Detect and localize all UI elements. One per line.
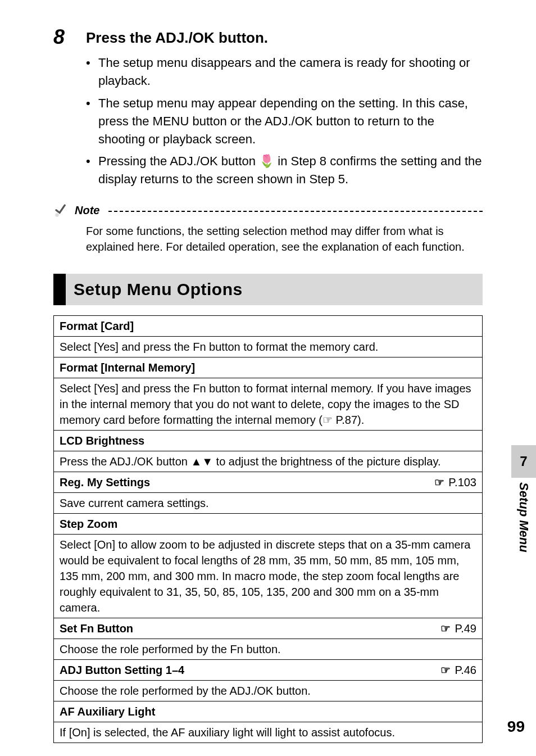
step-bullet: Pressing the ADJ./OK button 🌷 in Step 8 … [86, 152, 483, 188]
note-label: Note [75, 204, 99, 217]
option-title: LCD Brightness [54, 431, 483, 451]
option-description: Select [Yes] and press the Fn button to … [54, 337, 483, 357]
option-description: Choose the role performed by the ADJ./OK… [54, 681, 483, 701]
step-bullet-list: The setup menu disappears and the camera… [86, 54, 483, 188]
options-table: Format [Card]Select [Yes] and press the … [53, 315, 483, 743]
option-description: Select [Yes] and press the Fn button to … [54, 378, 483, 431]
option-description: If [On] is selected, the AF auxiliary li… [54, 722, 483, 743]
page-number: 99 [507, 718, 525, 736]
step-bullet: The setup menu may appear depending on t… [86, 94, 483, 148]
note-icon [53, 204, 68, 219]
option-title: Reg. My Settings☞ P.103 [54, 472, 483, 493]
page-reference: ☞ P.49 [440, 621, 476, 636]
pointer-icon: ☞ [440, 664, 451, 676]
section-heading: Setup Menu Options [53, 274, 483, 305]
page-reference-text: P.103 [446, 476, 476, 488]
option-description: Select [On] to allow zoom to be adjusted… [54, 535, 483, 618]
side-tab: 7 Setup Menu [511, 445, 536, 553]
pointer-icon: ☞ [440, 622, 451, 635]
note-divider [108, 204, 483, 212]
page-reference-text: P.46 [452, 664, 476, 676]
side-tab-number: 7 [511, 445, 536, 478]
step-number: 8 [53, 27, 75, 47]
option-description: Press the ADJ./OK button ▲▼ to adjust th… [54, 451, 483, 472]
page-reference: ☞ P.103 [434, 474, 476, 490]
side-tab-label: Setup Menu [516, 482, 531, 553]
note-text: For some functions, the setting selectio… [86, 223, 483, 255]
page-reference-text: P.49 [452, 622, 476, 635]
option-title: AF Auxiliary Light [54, 701, 483, 722]
option-title: Step Zoom [54, 514, 483, 535]
option-title: ADJ Button Setting 1–4☞ P.46 [54, 660, 483, 681]
option-description: Choose the role performed by the Fn butt… [54, 639, 483, 660]
step-title: Press the ADJ./OK button. [86, 29, 268, 47]
section-title: Setup Menu Options [66, 280, 243, 299]
option-title: Format [Card] [54, 316, 483, 337]
svg-point-0 [55, 213, 59, 217]
pointer-icon: ☞ [434, 476, 444, 488]
page-reference: ☞ P.46 [440, 662, 476, 678]
option-description: Save current camera settings. [54, 493, 483, 514]
option-title: Format [Internal Memory] [54, 357, 483, 378]
option-title: Set Fn Button☞ P.49 [54, 618, 483, 639]
section-heading-marker [53, 274, 66, 305]
step-bullet: The setup menu disappears and the camera… [86, 54, 483, 90]
